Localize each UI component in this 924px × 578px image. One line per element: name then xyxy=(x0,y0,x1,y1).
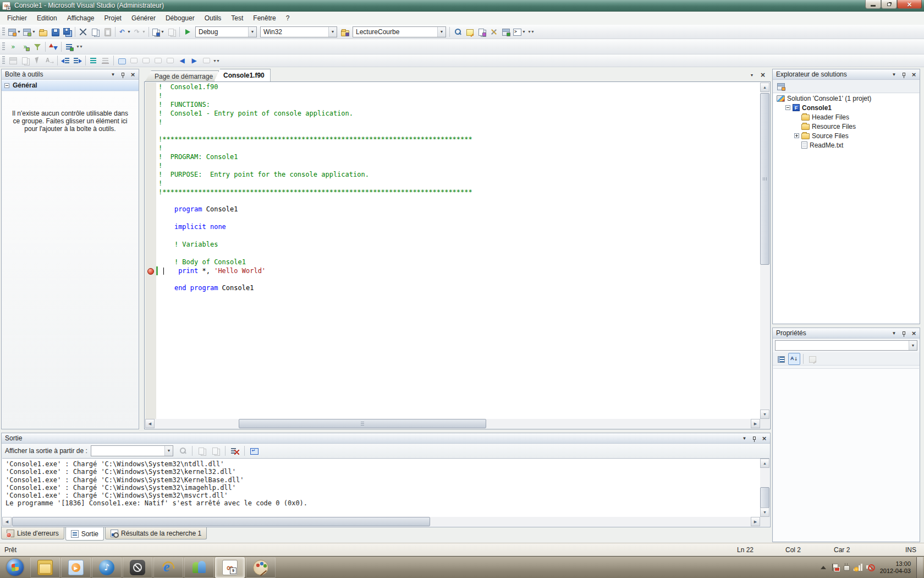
scroll-left-icon[interactable]: ◀ xyxy=(145,419,155,428)
find-in-files-icon[interactable] xyxy=(339,26,351,38)
expander-plus-icon[interactable] xyxy=(794,133,799,138)
other-windows-icon[interactable] xyxy=(500,26,512,38)
code-line[interactable] xyxy=(158,127,760,135)
redo-icon[interactable]: ↷▼ xyxy=(132,26,147,38)
window-position-chevron-icon[interactable]: ▼ xyxy=(890,71,898,78)
vertical-scroll-thumb[interactable] xyxy=(760,93,769,265)
vertical-scroll-thumb[interactable] xyxy=(760,487,769,508)
code-line[interactable]: ! Body of Console1 xyxy=(158,258,760,267)
fortran-step-on-off-icon[interactable]: » xyxy=(19,41,31,53)
menu-outils[interactable]: Outils xyxy=(200,12,227,25)
code-line[interactable]: ! Console1 - Entry point of console appl… xyxy=(158,110,760,118)
code-line[interactable]: implicit none xyxy=(158,223,760,232)
code-editor[interactable]: ! Console1.f90!! FUNCTIONS:! Console1 - … xyxy=(144,81,771,429)
undo-icon[interactable]: ↶▼ xyxy=(117,26,132,38)
save-all-icon[interactable] xyxy=(61,26,73,38)
action-center-icon[interactable] xyxy=(831,563,839,571)
navigate-backward-icon[interactable]: ▼ xyxy=(151,26,166,38)
output-horizontal-scrollbar[interactable]: ◀ ▶ xyxy=(2,517,760,526)
menu-test[interactable]: Test xyxy=(226,12,248,25)
clear-bookmarks-icon[interactable] xyxy=(200,54,212,67)
scroll-right-icon[interactable]: ▶ xyxy=(751,517,760,526)
menu-deboguer[interactable]: Déboguer xyxy=(161,12,200,25)
toolbar-grip[interactable] xyxy=(2,42,5,51)
scroll-left-icon[interactable]: ◀ xyxy=(2,517,12,526)
find-target-combo[interactable]: LectureCourbe▼ xyxy=(353,26,446,37)
tree-item[interactable]: FConsole1 xyxy=(773,103,919,112)
code-line[interactable] xyxy=(158,214,760,223)
menu-fichier[interactable]: Fichier xyxy=(2,12,32,25)
increase-indent-icon[interactable] xyxy=(72,54,84,67)
code-line[interactable]: ! FUNCTIONS: xyxy=(158,101,760,110)
power-icon[interactable] xyxy=(842,563,850,571)
display-word-completion-icon[interactable] xyxy=(43,54,56,67)
output-previous-message-icon[interactable] xyxy=(196,445,208,457)
close-icon[interactable]: × xyxy=(910,71,918,78)
code-line[interactable]: ! PURPOSE: Entry point for the console a… xyxy=(158,171,760,179)
chevron-down-icon[interactable]: ▼ xyxy=(164,446,173,456)
minimize-button[interactable] xyxy=(865,0,881,9)
tree-item[interactable]: Header Files xyxy=(773,112,919,122)
itunes[interactable] xyxy=(92,557,122,578)
start-debugging-icon[interactable] xyxy=(182,26,194,38)
pin-icon[interactable] xyxy=(900,71,908,78)
tree-item[interactable]: ReadMe.txt xyxy=(773,140,919,150)
tree-item[interactable]: Source Files xyxy=(773,131,919,140)
collapse-icon[interactable] xyxy=(4,83,9,88)
uncomment-selection-icon[interactable] xyxy=(100,54,112,67)
scroll-down-icon[interactable]: ▼ xyxy=(760,508,769,517)
object-browser-icon[interactable] xyxy=(476,26,488,38)
tool-tab-output[interactable]: Sortie xyxy=(65,527,104,541)
output-next-message-icon[interactable] xyxy=(210,445,222,457)
code-line[interactable]: ! PROGRAM: Console1 xyxy=(158,153,760,162)
properties-object-selector[interactable]: ▼ xyxy=(775,340,917,351)
toolbox-group-general[interactable]: Général xyxy=(2,80,139,91)
cut-icon[interactable] xyxy=(77,26,89,38)
windows-live-messenger[interactable] xyxy=(184,557,214,578)
code-line[interactable] xyxy=(158,232,760,241)
properties-window-icon[interactable] xyxy=(464,26,476,38)
expander-minus-icon[interactable] xyxy=(785,105,790,110)
menu-help[interactable]: ? xyxy=(281,12,295,25)
toolbar-overflow-icon[interactable]: ▼▼ xyxy=(527,30,535,34)
tool-tab-errors[interactable]: Liste d'erreurs xyxy=(1,527,64,539)
next-bookmark-in-folder-icon[interactable] xyxy=(164,54,176,67)
output-body[interactable]: 'Console1.exe' : Chargé 'C:\Windows\Syst… xyxy=(2,458,769,526)
horizontal-scroll-thumb[interactable] xyxy=(239,419,486,428)
taskbar-clock[interactable]: 13:00 2012-04-03 xyxy=(878,560,912,575)
code-line[interactable]: ! xyxy=(158,179,760,188)
decrease-indent-icon[interactable] xyxy=(59,54,72,67)
menu-affichage[interactable]: Affichage xyxy=(62,12,100,25)
window-position-chevron-icon[interactable]: ▼ xyxy=(740,435,749,442)
show-hidden-icons-icon[interactable] xyxy=(819,563,827,571)
display-parameter-info-icon[interactable] xyxy=(31,54,43,67)
properties-categorized-icon[interactable] xyxy=(775,353,787,365)
add-new-item-icon[interactable]: ▼ xyxy=(22,26,37,38)
tree-item[interactable]: Solution 'Console1' (1 projet) xyxy=(773,94,919,103)
paste-icon[interactable] xyxy=(101,26,113,38)
menu-generer[interactable]: Générer xyxy=(127,12,161,25)
menu-projet[interactable]: Projet xyxy=(100,12,127,25)
tree-item[interactable]: Resource Files xyxy=(773,122,919,131)
toolbar-overflow-icon[interactable]: ▼▼ xyxy=(212,59,220,63)
code-line[interactable]: program Console1 xyxy=(158,205,760,214)
internet-explorer[interactable] xyxy=(153,557,183,578)
code-line[interactable]: ! xyxy=(158,144,760,153)
toolbox-tools-icon[interactable] xyxy=(488,26,500,38)
close-icon[interactable]: × xyxy=(910,330,918,337)
editor-horizontal-scrollbar[interactable]: ◀ ▶ xyxy=(145,419,760,428)
windows-media-player[interactable] xyxy=(61,557,91,578)
chevron-down-icon[interactable]: ▼ xyxy=(437,27,446,37)
save-icon[interactable] xyxy=(49,26,61,38)
document-tab[interactable]: Page de démarrage xyxy=(145,70,219,81)
output-find-message-icon[interactable] xyxy=(177,445,189,457)
volume-muted-icon[interactable] xyxy=(866,563,875,571)
show-desktop-button[interactable] xyxy=(916,557,923,578)
toggle-bookmark-icon[interactable] xyxy=(116,54,128,67)
code-area[interactable]: ! Console1.f90!! FUNCTIONS:! Console1 - … xyxy=(156,83,760,419)
visual-studio[interactable] xyxy=(215,557,245,578)
previous-bookmark-icon[interactable] xyxy=(128,54,140,67)
navigate-forward-icon[interactable] xyxy=(166,26,178,38)
close-icon[interactable]: × xyxy=(129,71,137,78)
output-source-combo[interactable]: ▼ xyxy=(91,445,173,456)
